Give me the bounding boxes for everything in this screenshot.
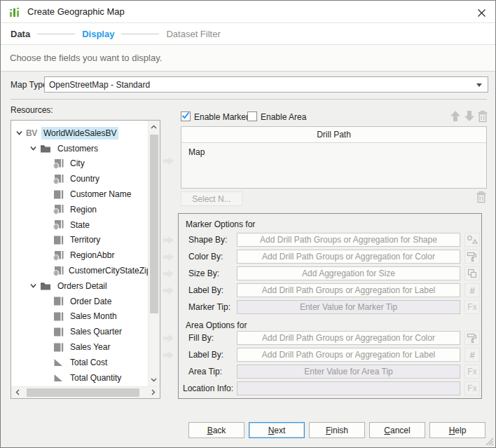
enable-area-checkbox[interactable] xyxy=(247,111,257,121)
step-data[interactable]: Data xyxy=(11,29,30,39)
overlap-squares-icon[interactable] xyxy=(464,266,480,280)
folder-icon xyxy=(40,144,53,153)
tree-item-label: State xyxy=(68,219,92,231)
tree-item-total-quantity[interactable]: Total Quantity xyxy=(11,370,148,386)
label-by--field[interactable]: Add Drill Path Groups or Aggregation for… xyxy=(237,283,460,297)
tree-item-total-cost[interactable]: Total Cost xyxy=(11,355,148,370)
step-display[interactable]: Display xyxy=(82,29,114,39)
tree-item-regionabbr[interactable]: RegionAbbr xyxy=(11,247,148,263)
tree-item-city[interactable]: City xyxy=(11,156,148,172)
tree-item-customer-name[interactable]: Customer Name xyxy=(11,186,148,202)
tree-item-label: Sales Month xyxy=(68,310,119,323)
move-field-icon[interactable] xyxy=(163,351,174,360)
options-group-box: Marker Options for Shape By:Add Drill Pa… xyxy=(178,213,482,399)
option-label: Fill By: xyxy=(179,333,237,343)
tree-item-sales-year[interactable]: Sales Year xyxy=(11,339,148,355)
tree-item-orders-detail[interactable]: Orders Detail xyxy=(11,278,148,294)
title-bar: Create Geographic Map xyxy=(1,1,495,23)
move-field-icon[interactable] xyxy=(163,252,174,262)
measure-icon xyxy=(53,372,65,383)
option-label: Label By: xyxy=(179,285,237,295)
next-button[interactable]: Next xyxy=(249,422,305,438)
geo-field-icon xyxy=(53,219,65,230)
area-tip--field[interactable]: Enter Value for Area Tip xyxy=(237,365,460,379)
measure-icon xyxy=(53,357,65,367)
step-connector xyxy=(37,34,75,34)
select-names-button[interactable]: Select N... xyxy=(181,191,242,206)
tree-item-label: CustomerCityStateZip xyxy=(67,264,148,277)
scroll-down-icon[interactable] xyxy=(149,375,158,384)
tree-item-customercitystatezip[interactable]: CustomerCityStateZip xyxy=(11,263,148,278)
option-label: Shape By: xyxy=(179,235,237,245)
step-dataset-filter[interactable]: Dataset Filter xyxy=(166,29,220,39)
scroll-right-icon[interactable] xyxy=(149,388,158,397)
tree-item-order-date[interactable]: Order Date xyxy=(11,294,148,309)
horizontal-scrollbar[interactable] xyxy=(11,386,160,398)
paint-roller-icon[interactable] xyxy=(464,250,480,264)
tree-item-region[interactable]: Region xyxy=(11,202,148,217)
label-by--field[interactable]: Add Drill Path Groups or Aggregation for… xyxy=(237,348,460,362)
vertical-scrollbar[interactable] xyxy=(148,121,160,386)
horizontal-scroll-thumb[interactable] xyxy=(27,388,139,397)
check-icon xyxy=(181,111,190,122)
cancel-button[interactable]: Cancel xyxy=(369,422,425,438)
geo-field-icon xyxy=(53,250,65,261)
location-info-label: Location Info: xyxy=(179,383,237,393)
tree-item-worldwidesalesbv[interactable]: BVWorldWideSalesBV xyxy=(11,125,148,141)
chevron-down-icon[interactable] xyxy=(15,129,26,137)
tree-item-territory[interactable]: Territory xyxy=(11,233,148,248)
drill-path-row[interactable]: Map xyxy=(181,143,486,161)
geo-field-icon xyxy=(53,266,64,276)
help-button[interactable]: Help xyxy=(429,422,485,438)
tree-item-sales-month[interactable]: Sales Month xyxy=(11,309,148,325)
back-button[interactable]: Back xyxy=(188,422,244,438)
finish-button[interactable]: Finish xyxy=(309,422,365,438)
scroll-left-icon[interactable] xyxy=(13,388,22,397)
move-field-icon[interactable] xyxy=(163,269,174,278)
tree-item-state[interactable]: State xyxy=(11,217,148,233)
option-row-label-by-: Label By:Add Drill Path Groups or Aggreg… xyxy=(179,283,481,297)
tree-item-customers[interactable]: Customers xyxy=(11,141,148,156)
shape-by--field[interactable]: Add Drill Path Groups or Aggregation for… xyxy=(237,233,460,247)
hash-icon[interactable]: # xyxy=(464,348,480,362)
location-info-field[interactable] xyxy=(237,381,460,395)
formula-icon[interactable]: Fx xyxy=(464,365,480,379)
color-by--field[interactable]: Add Drill Path Groups or Aggregation for… xyxy=(237,250,460,264)
scroll-up-icon[interactable] xyxy=(149,123,158,132)
geo-field-icon xyxy=(53,204,65,215)
vertical-scroll-thumb[interactable] xyxy=(150,135,158,313)
chevron-down-icon[interactable] xyxy=(29,144,40,152)
geo-field-icon xyxy=(53,158,65,169)
chevron-down-icon[interactable] xyxy=(29,282,40,290)
paint-roller-icon[interactable] xyxy=(464,331,480,345)
tree-item-sales-quarter[interactable]: Sales Quarter xyxy=(11,324,148,339)
tree-item-label: RegionAbbr xyxy=(68,249,116,262)
fill-by--field[interactable]: Add Drill Path Groups or Aggregation for… xyxy=(237,331,460,345)
enable-marker-checkbox[interactable] xyxy=(181,111,191,121)
wizard-steps: DataDisplayDataset Filter xyxy=(11,24,221,43)
delete-drill-icon[interactable] xyxy=(477,110,488,123)
move-field-icon[interactable] xyxy=(163,286,174,295)
field-icon xyxy=(53,235,65,245)
resize-grip-icon[interactable] xyxy=(485,437,494,446)
tree-item-label: Sales Quarter xyxy=(68,325,124,338)
move-field-icon[interactable] xyxy=(163,156,174,165)
bv-icon: BV xyxy=(26,128,39,138)
move-up-icon[interactable] xyxy=(449,109,462,123)
window-title: Create Geographic Map xyxy=(27,6,125,17)
resources-tree-panel: BVWorldWideSalesBVCustomersCityCountryCu… xyxy=(11,120,160,399)
delete-row-icon[interactable] xyxy=(476,191,487,203)
move-field-icon[interactable] xyxy=(163,236,174,245)
marker-tip--field[interactable]: Enter Value for Marker Tip xyxy=(237,300,460,314)
formula-icon[interactable]: Fx xyxy=(464,300,480,314)
hash-icon[interactable]: # xyxy=(464,283,480,297)
tree-item-label: Customer Name xyxy=(68,188,133,201)
close-icon[interactable] xyxy=(474,6,488,19)
map-type-select[interactable]: OpenStreetMap - Standard xyxy=(44,76,488,93)
formula-icon[interactable]: Fx xyxy=(464,381,480,395)
move-field-icon[interactable] xyxy=(163,334,174,343)
shape-by-icon[interactable] xyxy=(464,233,480,247)
size-by--field[interactable]: Add Aggregation for Size xyxy=(237,266,460,280)
move-down-icon[interactable] xyxy=(463,109,476,123)
tree-item-country[interactable]: Country xyxy=(11,171,148,186)
